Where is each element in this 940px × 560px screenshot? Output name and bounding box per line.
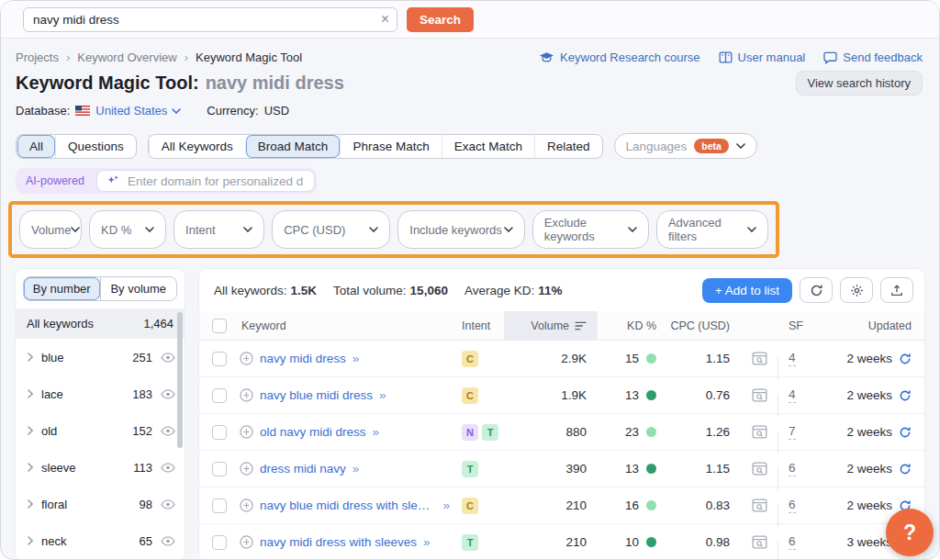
domain-input[interactable] (126, 174, 305, 189)
serp-preview-icon[interactable] (741, 425, 778, 439)
search-input[interactable] (23, 7, 397, 32)
refresh-row-icon[interactable] (899, 426, 912, 439)
serp-preview-icon[interactable] (741, 352, 778, 365)
all-questions-tab-group: AllQuestions (16, 134, 137, 159)
table-body: navy midi dress » C 2.9K 15 1.15 (199, 341, 924, 560)
eye-icon[interactable] (161, 389, 175, 399)
tab-button[interactable]: Phrase Match (340, 135, 441, 158)
sf-value[interactable]: 4 (789, 351, 796, 366)
filter-dropdown[interactable]: Volume (19, 210, 82, 249)
gear-icon-button[interactable] (840, 277, 873, 303)
tab-button[interactable]: All Keywords (149, 135, 245, 158)
filter-label: KD % (101, 223, 131, 237)
languages-dropdown[interactable]: Languages beta (614, 133, 757, 159)
expand-keyword-icon[interactable]: » (423, 535, 430, 549)
sparkles-icon (106, 174, 119, 187)
database-selector[interactable]: Database: United States (16, 104, 181, 118)
filter-dropdown[interactable]: CPC (USD) (272, 210, 390, 249)
top-search-bar: × Search (1, 1, 939, 39)
row-checkbox[interactable] (212, 462, 227, 476)
languages-label: Languages (626, 140, 688, 153)
plus-circle-icon[interactable] (240, 425, 253, 439)
chevron-right-icon (28, 499, 33, 509)
plus-circle-icon[interactable] (240, 388, 253, 402)
serp-preview-icon[interactable] (741, 462, 778, 476)
col-header-volume[interactable]: Volume (504, 311, 598, 341)
keyword-link[interactable]: dress midi navy (260, 462, 346, 476)
select-all-checkbox[interactable] (212, 319, 227, 333)
eye-icon[interactable] (161, 536, 175, 546)
row-checkbox[interactable] (212, 498, 227, 513)
sf-value[interactable]: 7 (789, 424, 796, 440)
refresh-row-icon[interactable] (899, 389, 912, 402)
keyword-research-course-link[interactable]: Keyword Research course (539, 50, 699, 64)
add-to-list-button[interactable]: + Add to list (702, 278, 792, 303)
row-checkbox[interactable] (212, 535, 227, 550)
serp-preview-icon[interactable] (741, 388, 778, 402)
send-feedback-link[interactable]: Send feedback (823, 50, 923, 64)
clear-search-icon[interactable]: × (381, 10, 389, 28)
plus-circle-icon[interactable] (240, 352, 253, 365)
expand-keyword-icon[interactable]: » (352, 352, 359, 365)
plus-circle-icon[interactable] (240, 498, 253, 512)
kd-difficulty-dot (646, 390, 656, 400)
sidebar-scrollbar[interactable] (177, 312, 183, 448)
serp-preview-icon[interactable] (741, 535, 778, 549)
expand-keyword-icon[interactable]: » (373, 425, 379, 439)
breadcrumb-item[interactable]: Projects (16, 50, 70, 64)
filter-dropdown[interactable]: KD % (89, 210, 166, 249)
keyword-group-item[interactable]: floral 98 (16, 486, 185, 522)
breadcrumb-item[interactable]: Keyword Magic Tool (196, 50, 302, 64)
keyword-group-item[interactable]: blue 251 (16, 339, 185, 375)
filter-dropdown[interactable]: Exclude keywords (532, 210, 649, 249)
keyword-link[interactable]: navy midi dress (260, 352, 346, 365)
tab-button[interactable]: Exact Match (442, 135, 534, 158)
tab-button[interactable]: Broad Match (245, 135, 341, 158)
annotation-highlight-box: Volume KD % Intent CPC (USD) (8, 201, 779, 258)
keyword-link[interactable]: old navy midi dress (260, 425, 366, 439)
keyword-group-item[interactable]: neck 65 (16, 522, 185, 559)
sort-toggle-button[interactable]: By number (24, 277, 100, 300)
eye-icon[interactable] (161, 463, 175, 473)
sf-value[interactable]: 6 (789, 498, 796, 513)
expand-keyword-icon[interactable]: » (352, 462, 359, 476)
keyword-group-item[interactable]: old 152 (16, 412, 185, 449)
expand-keyword-icon[interactable]: » (379, 388, 386, 402)
sf-value[interactable]: 4 (789, 387, 796, 403)
keyword-group-item[interactable]: lace 183 (16, 375, 185, 412)
plus-circle-icon[interactable] (240, 535, 253, 549)
filter-dropdown[interactable]: Include keywords (397, 210, 524, 249)
search-button[interactable]: Search (407, 7, 474, 32)
row-checkbox[interactable] (212, 388, 227, 403)
keyword-link[interactable]: navy blue midi dress with sleeves (260, 498, 436, 512)
tab-button[interactable]: All (17, 135, 55, 158)
breadcrumb-item[interactable]: Keyword Overview (77, 50, 188, 64)
refresh-button[interactable] (800, 277, 833, 303)
eye-icon[interactable] (161, 353, 175, 363)
plus-circle-icon[interactable] (240, 462, 253, 476)
serp-preview-icon[interactable] (741, 498, 778, 512)
export-button[interactable] (880, 277, 913, 303)
group-label: sleeve (41, 461, 76, 475)
row-checkbox[interactable] (212, 352, 227, 366)
sort-toggle-button[interactable]: By volume (100, 277, 177, 300)
keyword-link[interactable]: navy blue midi dress (260, 388, 373, 402)
all-keywords-row[interactable]: All keywords 1,464 (16, 308, 185, 339)
keyword-link[interactable]: navy midi dress with sleeves (260, 535, 417, 549)
sf-value[interactable]: 6 (789, 534, 796, 550)
keyword-group-item[interactable]: sleeve 113 (16, 449, 185, 486)
help-button[interactable]: ? (886, 509, 934, 556)
row-checkbox[interactable] (212, 425, 227, 440)
filter-dropdown[interactable]: Advanced filters (656, 210, 768, 249)
view-search-history-button[interactable]: View search history (796, 71, 923, 95)
eye-icon[interactable] (161, 426, 175, 436)
user-manual-link[interactable]: User manual (719, 50, 806, 64)
sf-value[interactable]: 6 (789, 461, 796, 476)
search-box: × (23, 7, 397, 32)
refresh-row-icon[interactable] (899, 463, 912, 476)
tab-button[interactable]: Questions (55, 135, 136, 158)
tab-button[interactable]: Related (534, 135, 602, 158)
refresh-row-icon[interactable] (899, 353, 912, 365)
filter-dropdown[interactable]: Intent (173, 210, 264, 249)
eye-icon[interactable] (161, 499, 175, 510)
